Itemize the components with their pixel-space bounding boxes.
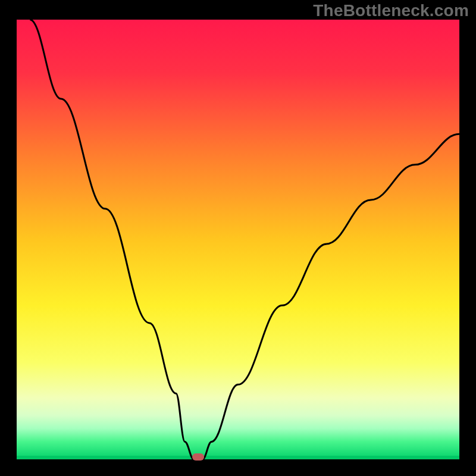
- dip-marker: [192, 453, 204, 461]
- watermark-text: TheBottleneck.com: [313, 1, 469, 20]
- plot-area: [17, 20, 459, 459]
- bottleneck-chart: [0, 0, 476, 476]
- stage: TheBottleneck.com: [0, 0, 476, 476]
- baseline-strip: [17, 456, 459, 459]
